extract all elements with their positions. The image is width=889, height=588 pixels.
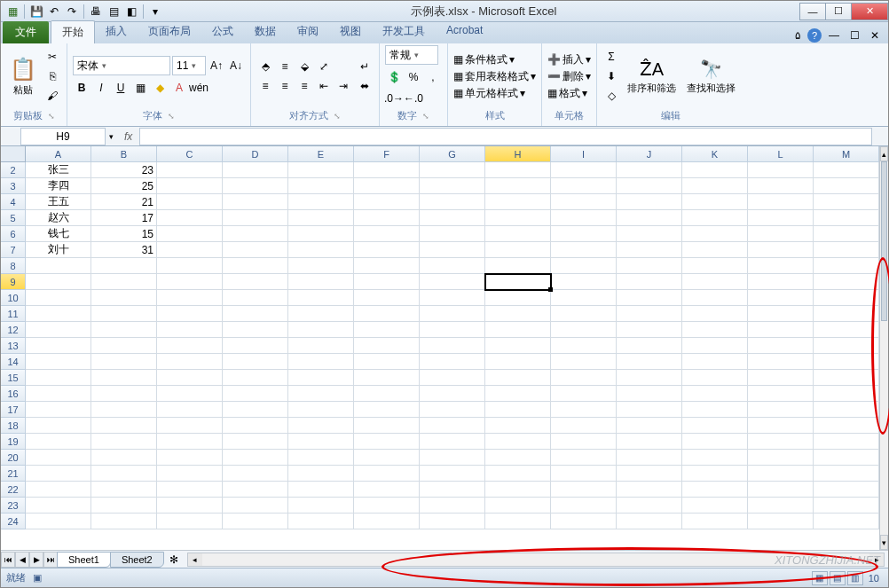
cell-D15[interactable]: [223, 370, 288, 386]
cell-D20[interactable]: [223, 450, 288, 466]
cell-A14[interactable]: [26, 354, 91, 370]
cell-E14[interactable]: [288, 354, 354, 370]
row-header-13[interactable]: 13: [1, 338, 26, 354]
row-header-19[interactable]: 19: [1, 434, 26, 450]
cell-E22[interactable]: [288, 482, 354, 498]
cell-B12[interactable]: [91, 322, 157, 338]
cell-E18[interactable]: [288, 418, 354, 434]
cell-I11[interactable]: [551, 306, 617, 322]
col-header-A[interactable]: A: [26, 146, 91, 162]
cell-K17[interactable]: [682, 402, 748, 418]
cell-C18[interactable]: [157, 418, 223, 434]
cell-H23[interactable]: [485, 498, 551, 514]
row-header-7[interactable]: 7: [1, 242, 26, 258]
cell-M20[interactable]: [814, 450, 879, 466]
align-center-icon[interactable]: ≡: [276, 77, 294, 95]
decrease-decimal-icon[interactable]: ←.0: [405, 90, 422, 107]
border-icon[interactable]: ▦: [131, 79, 149, 97]
cell-D16[interactable]: [223, 386, 288, 402]
cell-L7[interactable]: [748, 242, 814, 258]
cell-L20[interactable]: [748, 450, 814, 466]
cell-F2[interactable]: [354, 162, 420, 178]
cell-C19[interactable]: [157, 434, 223, 450]
cell-D7[interactable]: [223, 242, 288, 258]
cell-L15[interactable]: [748, 370, 814, 386]
cell-D13[interactable]: [223, 338, 288, 354]
name-box[interactable]: H9: [20, 128, 106, 145]
cell-B3[interactable]: 25: [91, 178, 157, 194]
cell-J20[interactable]: [617, 450, 682, 466]
cell-J8[interactable]: [617, 258, 682, 274]
cell-I4[interactable]: [551, 194, 617, 210]
cell-G13[interactable]: [420, 338, 485, 354]
cell-I2[interactable]: [551, 162, 617, 178]
cell-H13[interactable]: [485, 338, 551, 354]
cell-C2[interactable]: [157, 162, 223, 178]
vscroll-thumb[interactable]: [881, 161, 887, 321]
cell-F17[interactable]: [354, 402, 420, 418]
cell-B7[interactable]: 31: [91, 242, 157, 258]
cell-F21[interactable]: [354, 466, 420, 482]
cell-I23[interactable]: [551, 498, 617, 514]
orientation-icon[interactable]: ⤢: [315, 58, 333, 75]
copy-icon[interactable]: ⎘: [43, 67, 61, 85]
cell-K7[interactable]: [682, 242, 748, 258]
fill-icon[interactable]: ⬇: [602, 67, 620, 85]
cell-C13[interactable]: [157, 338, 223, 354]
cell-G2[interactable]: [420, 162, 485, 178]
cell-B17[interactable]: [91, 402, 157, 418]
cell-H10[interactable]: [485, 290, 551, 306]
cell-J23[interactable]: [617, 498, 682, 514]
cell-E24[interactable]: [288, 514, 354, 529]
tab-first-icon[interactable]: ⏮: [1, 552, 15, 568]
cell-A22[interactable]: [26, 482, 91, 498]
row-header-20[interactable]: 20: [1, 450, 26, 466]
cell-G12[interactable]: [420, 322, 485, 338]
cell-E4[interactable]: [288, 194, 354, 210]
col-header-L[interactable]: L: [748, 146, 814, 162]
cell-E17[interactable]: [288, 402, 354, 418]
ribbon-minimize-icon[interactable]: ۵: [791, 27, 804, 43]
cell-H20[interactable]: [485, 450, 551, 466]
cell-J18[interactable]: [617, 418, 682, 434]
cell-H22[interactable]: [485, 482, 551, 498]
cell-M3[interactable]: [814, 178, 879, 194]
cell-H2[interactable]: [485, 162, 551, 178]
cell-G21[interactable]: [420, 466, 485, 482]
close-button[interactable]: ✕: [851, 3, 888, 20]
cell-B13[interactable]: [91, 338, 157, 354]
cell-G6[interactable]: [420, 226, 485, 242]
cell-G14[interactable]: [420, 354, 485, 370]
page-break-view-icon[interactable]: ▥: [847, 571, 863, 585]
cell-G7[interactable]: [420, 242, 485, 258]
qat6-icon[interactable]: ◧: [123, 4, 139, 20]
cell-B21[interactable]: [91, 466, 157, 482]
cell-D17[interactable]: [223, 402, 288, 418]
tab-next-icon[interactable]: ▶: [29, 552, 43, 568]
cell-A20[interactable]: [26, 450, 91, 466]
cell-H4[interactable]: [485, 194, 551, 210]
cell-H17[interactable]: [485, 402, 551, 418]
file-tab[interactable]: 文件: [3, 21, 49, 43]
cell-E10[interactable]: [288, 290, 354, 306]
cell-B11[interactable]: [91, 306, 157, 322]
cell-D2[interactable]: [223, 162, 288, 178]
cell-A15[interactable]: [26, 370, 91, 386]
cell-J4[interactable]: [617, 194, 682, 210]
cell-J19[interactable]: [617, 434, 682, 450]
cell-B2[interactable]: 23: [91, 162, 157, 178]
cell-D24[interactable]: [223, 514, 288, 529]
bold-button[interactable]: B: [73, 79, 90, 97]
col-header-C[interactable]: C: [157, 146, 223, 162]
row-header-9[interactable]: 9: [1, 274, 26, 290]
cell-M5[interactable]: [814, 210, 879, 226]
cell-F9[interactable]: [354, 274, 420, 290]
cell-B15[interactable]: [91, 370, 157, 386]
cell-A7[interactable]: 刘十: [26, 242, 91, 258]
cell-H21[interactable]: [485, 466, 551, 482]
cell-L18[interactable]: [748, 418, 814, 434]
cell-K5[interactable]: [682, 210, 748, 226]
cell-M12[interactable]: [814, 322, 879, 338]
cell-A24[interactable]: [26, 514, 91, 529]
sort-filter-button[interactable]: ẐA 排序和筛选: [624, 57, 680, 97]
